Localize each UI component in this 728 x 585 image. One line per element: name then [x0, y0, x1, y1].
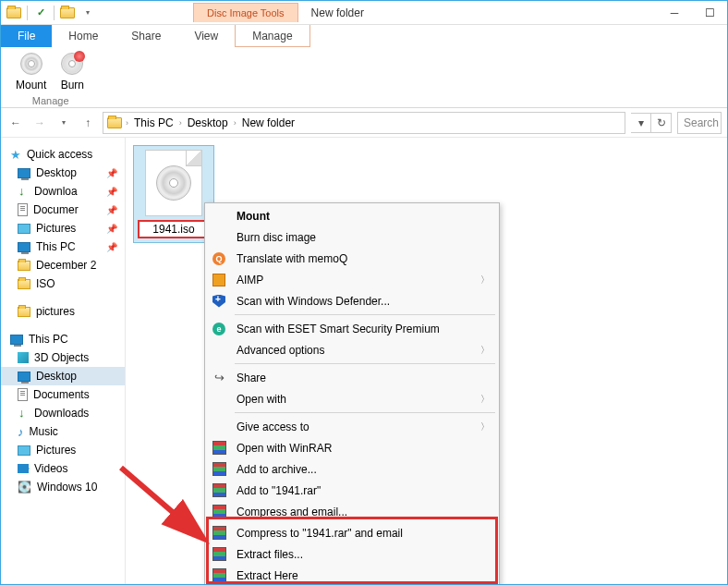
- navigation-pane: ★Quick access Desktop📌 Downloa📌 Documer📌…: [1, 138, 126, 585]
- menu-separator: [235, 314, 495, 315]
- menu-give-access[interactable]: Give access to〉: [207, 416, 497, 437]
- file-tab[interactable]: File: [1, 25, 52, 47]
- sidebar-item-windows10[interactable]: 💽Windows 10: [1, 478, 125, 496]
- winrar-icon: [212, 547, 226, 561]
- menu-open-with[interactable]: Open with〉: [207, 388, 497, 409]
- search-input[interactable]: Search: [677, 112, 722, 134]
- ribbon: Mount Burn Manage: [1, 47, 727, 108]
- sidebar-item-music[interactable]: ♪Music: [1, 422, 125, 441]
- menu-aimp[interactable]: AIMP〉: [207, 269, 497, 290]
- chevron-right-icon[interactable]: ›: [126, 118, 128, 128]
- crumb-thispc[interactable]: This PC: [132, 116, 176, 129]
- menu-share[interactable]: ↪Share: [207, 367, 497, 388]
- menu-compress-email[interactable]: Compress and email...: [207, 501, 497, 522]
- address-bar[interactable]: › This PC › Desktop › New folder: [103, 112, 625, 134]
- sidebar-item-thispc[interactable]: This PC📌: [1, 238, 125, 256]
- sidebar-item-iso[interactable]: ISO: [1, 274, 125, 293]
- context-menu: Mount Burn disc image QTranslate with me…: [204, 202, 500, 585]
- sidebar-item-pictures[interactable]: Pictures📌: [1, 219, 125, 238]
- maximize-button[interactable]: ☐: [692, 2, 727, 24]
- folder-icon: [18, 279, 30, 289]
- burn-button[interactable]: Burn: [55, 49, 89, 93]
- tab-share[interactable]: Share: [115, 25, 177, 47]
- file-item-iso[interactable]: 1941.iso: [133, 145, 214, 243]
- up-button[interactable]: ↑: [79, 114, 97, 132]
- menu-add-to-rar[interactable]: Add to "1941.rar": [207, 480, 497, 501]
- sidebar-item-downloads2[interactable]: Downloads: [1, 404, 125, 422]
- mount-button[interactable]: Mount: [12, 49, 50, 93]
- winrar-icon: [212, 526, 226, 540]
- sidebar-item-december[interactable]: December 2: [1, 256, 125, 274]
- address-folder-icon: [107, 117, 122, 128]
- sidebar-item-desktop[interactable]: Desktop📌: [1, 164, 125, 182]
- desktop-icon: [18, 168, 30, 178]
- menu-open-winrar[interactable]: Open with WinRAR: [207, 437, 497, 458]
- winrar-icon: [212, 505, 226, 518]
- share-icon: ↪: [214, 371, 224, 384]
- memoq-icon: Q: [212, 252, 225, 265]
- qat-new-folder-icon[interactable]: [58, 4, 77, 22]
- pictures-icon: [18, 224, 30, 234]
- qat-properties-icon[interactable]: ✓: [31, 4, 50, 22]
- menu-extract-here[interactable]: Extract Here: [207, 565, 497, 585]
- context-tab-label: Disc Image Tools: [193, 3, 298, 22]
- menu-separator: [235, 412, 495, 413]
- winrar-icon: [212, 568, 226, 582]
- menu-eset[interactable]: eScan with ESET Smart Security Premium: [207, 318, 497, 339]
- menu-extract-files[interactable]: Extract files...: [207, 543, 497, 565]
- sidebar-item-documents[interactable]: Documer📌: [1, 201, 125, 219]
- sidebar-item-desktop2[interactable]: Desktop: [1, 367, 125, 385]
- aimp-icon: [212, 274, 225, 286]
- menu-memoq[interactable]: QTranslate with memoQ: [207, 248, 497, 269]
- crumb-newfolder[interactable]: New folder: [240, 116, 297, 129]
- menu-defender[interactable]: Scan with Windows Defender...: [207, 290, 497, 311]
- pin-icon: 📌: [106, 242, 117, 252]
- pictures-icon: [18, 445, 30, 456]
- chevron-right-icon: 〉: [480, 274, 490, 286]
- video-icon: [18, 464, 29, 473]
- crumb-desktop[interactable]: Desktop: [186, 116, 230, 129]
- folder-icon: [18, 261, 30, 271]
- chevron-right-icon: 〉: [480, 344, 490, 357]
- document-icon: [18, 203, 28, 216]
- burn-label: Burn: [61, 79, 84, 91]
- tab-home[interactable]: Home: [52, 25, 115, 47]
- qat-folder-icon[interactable]: [5, 4, 23, 22]
- menu-advanced[interactable]: Advanced options〉: [207, 339, 497, 360]
- tab-view[interactable]: View: [177, 25, 235, 47]
- minimize-button[interactable]: ─: [657, 2, 692, 24]
- menu-burn-disc[interactable]: Burn disc image: [207, 226, 497, 248]
- sidebar-item-pictures3[interactable]: Pictures: [1, 441, 125, 459]
- pin-icon: 📌: [106, 205, 117, 215]
- sidebar-quick-access[interactable]: ★Quick access: [1, 145, 125, 164]
- menu-add-archive[interactable]: Add to archive...: [207, 458, 497, 480]
- sidebar-item-documents2[interactable]: Documents: [1, 385, 125, 404]
- disc-icon: [20, 53, 42, 75]
- tab-manage[interactable]: Manage: [235, 25, 309, 47]
- qat-customize-icon[interactable]: ▾: [79, 4, 97, 22]
- window-title: New folder: [311, 6, 364, 19]
- sidebar-item-pictures2[interactable]: pictures: [1, 302, 125, 321]
- chevron-right-icon[interactable]: ›: [179, 118, 182, 128]
- forward-button[interactable]: →: [30, 114, 49, 132]
- folder-icon: [18, 307, 30, 317]
- file-name: 1941.iso: [138, 220, 209, 238]
- chevron-right-icon[interactable]: ›: [234, 118, 237, 128]
- cube-icon: [18, 352, 29, 363]
- document-icon: [18, 388, 28, 401]
- burn-icon: [61, 53, 83, 75]
- sidebar-this-pc[interactable]: This PC: [1, 330, 125, 348]
- music-icon: ♪: [18, 425, 24, 439]
- sidebar-item-downloads[interactable]: Downloa📌: [1, 182, 125, 201]
- pc-icon: [10, 335, 23, 345]
- menu-compress-to-email[interactable]: Compress to "1941.rar" and email: [207, 522, 497, 543]
- refresh-button[interactable]: ↻: [651, 113, 672, 133]
- back-button[interactable]: ←: [6, 114, 25, 132]
- defender-icon: [212, 295, 225, 308]
- sidebar-item-videos[interactable]: Videos: [1, 459, 125, 478]
- address-dropdown-icon[interactable]: ▾: [631, 113, 651, 133]
- ribbon-group-label: Manage: [32, 95, 69, 106]
- menu-mount[interactable]: Mount: [207, 205, 497, 226]
- recent-dropdown-icon[interactable]: ▾: [55, 114, 73, 132]
- sidebar-item-3dobjects[interactable]: 3D Objects: [1, 348, 125, 367]
